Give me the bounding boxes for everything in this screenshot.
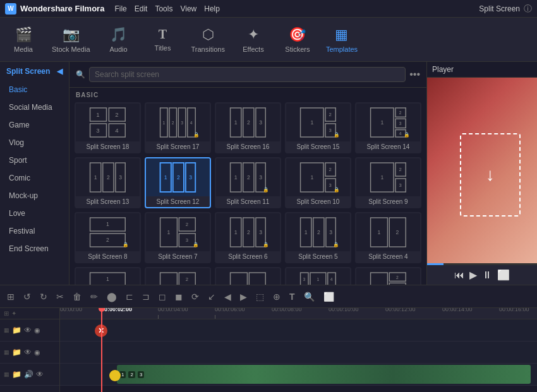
svg-text:3: 3 [189, 174, 192, 181]
toolbar-audio[interactable]: 🎵 Audio [103, 27, 135, 53]
template-ss6-thumb: 1 2 3 🔒 [216, 213, 280, 251]
timeline-tool-redo[interactable]: ↻ [38, 290, 49, 304]
track1-visibility-btn[interactable]: 👁 [24, 326, 32, 335]
template-ss3[interactable]: 1 2 🔒 Split Screen 3 [75, 267, 141, 285]
template-ss13[interactable]: 1 2 3 Split Screen 13 [75, 157, 141, 208]
toolbar-effects[interactable]: ✦ Effects [238, 27, 269, 53]
timeline-tool-search[interactable]: 🔍 [302, 290, 317, 304]
sidebar-item-vlog[interactable]: Vlog [0, 134, 69, 151]
video-clip-strip[interactable]: 1 2 3 [117, 365, 531, 384]
template-ss17[interactable]: 1 2 3 4 🔒 Split Screen 17 [145, 102, 211, 153]
timeline-tool-undo[interactable]: ↺ [21, 290, 33, 304]
sidebar-item-game[interactable]: Game [0, 116, 69, 134]
template-ss12[interactable]: 1 2 3 Split Screen 12 [145, 157, 211, 208]
menu-file[interactable]: File [114, 4, 126, 13]
toolbar-media[interactable]: 🎬 Media [8, 27, 39, 53]
track2-eye-btn[interactable]: ◉ [34, 348, 40, 357]
templates-icon: ▦ [335, 27, 348, 43]
template-ss8[interactable]: 1 2 🔒 Split Screen 8 [75, 212, 141, 263]
template-ss14[interactable]: 1 2 3 4 🔒 Split Screen 14 [355, 102, 421, 153]
template-ss2[interactable]: 1 2 🔒 Split Screen 2 [145, 267, 211, 285]
player-fullscreen-button[interactable]: ⬜ [497, 269, 510, 281]
toolbar-stickers[interactable]: 🎯 Stickers [282, 27, 313, 53]
template-ss5[interactable]: 1 2 3 🔒 Split Screen 5 [285, 212, 351, 263]
timeline-tool-circle[interactable]: ⬤ [105, 290, 119, 304]
sidebar-item-mock-up[interactable]: Mock-up [0, 187, 69, 205]
playhead[interactable] [101, 308, 102, 392]
timeline-tool-left[interactable]: ⊏ [124, 290, 135, 304]
template-ss7[interactable]: 1 2 3 🔒 Split Screen 7 [145, 212, 211, 263]
timeline-tool-fill[interactable]: ◼ [173, 290, 184, 304]
player-preview-image: ↓ [427, 78, 537, 263]
sidebar-item-basic[interactable]: Basic [0, 81, 69, 98]
template-ss11[interactable]: 1 2 3 🔒 Split Screen 11 [215, 157, 281, 208]
template-ss17-thumb: 1 2 3 4 🔒 [146, 104, 210, 141]
template-ss9[interactable]: 1 2 3 Split Screen 9 [355, 157, 421, 208]
player-pause-button[interactable]: ⏸ [482, 270, 492, 281]
timeline-tool-text[interactable]: T [287, 290, 297, 304]
timeline-tool-snap[interactable]: ⬚ [254, 290, 266, 304]
track2-folder-btn[interactable]: 📁 [12, 348, 21, 357]
track2-visibility-btn[interactable]: 👁 [24, 348, 32, 357]
timeline-tool-add[interactable]: ⊕ [271, 290, 282, 304]
search-input[interactable] [89, 67, 406, 82]
template-ss15[interactable]: 1 2 3 🔒 Split Screen 15 [285, 102, 351, 153]
titles-icon: T [159, 27, 167, 42]
template-ss30[interactable]: 3 1 4 2 2 🔒 Split Screen 30 [285, 267, 351, 285]
sidebar-item-festival[interactable]: Festival [0, 222, 69, 240]
template-ss12-name: Split Screen 12 [146, 196, 210, 207]
media-icon: 🎬 [15, 27, 32, 43]
ruler-tick-6 [215, 315, 215, 319]
template-ss10[interactable]: 1 2 3 🔒 Split Screen 10 [285, 157, 351, 208]
timeline-tool-delete[interactable]: 🗑 [71, 290, 83, 304]
timeline-tool-edit[interactable]: ✏ [88, 290, 100, 304]
template-ss18[interactable]: 1 2 3 4 Split Screen 18 [75, 102, 141, 153]
toolbar-templates[interactable]: ▦ Templates [326, 27, 358, 53]
toolbar-titles[interactable]: T Titles [147, 27, 179, 52]
track-controls-ruler-spacer: ⊞ ✦ [0, 308, 59, 319]
timeline-tool-right[interactable]: ⊐ [140, 290, 152, 304]
menu-edit[interactable]: Edit [135, 4, 148, 13]
track3-folder-btn[interactable]: 📁 [12, 370, 21, 379]
track-control-row-1: ▦ 📁 👁 ◉ [0, 319, 59, 342]
track3-sound-btn[interactable]: 🔊 [24, 370, 33, 379]
svg-text:1: 1 [380, 119, 383, 126]
player-preview: ↓ [427, 78, 537, 263]
timeline-magnet-icon[interactable]: ✦ [11, 310, 16, 317]
timeline-mode-icon[interactable]: ⊞ [4, 310, 9, 317]
sidebar-item-social-media[interactable]: Social Media [0, 98, 69, 116]
stock-media-label: Stock Media [52, 45, 90, 53]
media-label: Media [14, 45, 33, 53]
sidebar-item-end-screen[interactable]: End Screen [0, 240, 69, 258]
track1-folder-btn[interactable]: 📁 [12, 326, 21, 335]
toolbar-stock-media[interactable]: 📷 Stock Media [52, 27, 90, 53]
toolbar-transitions[interactable]: ⬡ Transitions [191, 27, 225, 53]
sidebar-header[interactable]: Split Screen ◀ [0, 62, 69, 81]
timeline-tool-grid[interactable]: ⊞ [5, 290, 16, 304]
template-ss6[interactable]: 1 2 3 🔒 Split Screen 6 [215, 212, 281, 263]
track1-eye-btn[interactable]: ◉ [34, 326, 40, 335]
timeline-tool-prev[interactable]: ◀ [222, 290, 233, 304]
player-play-button[interactable]: ▶ [469, 269, 477, 281]
svg-text:🔒: 🔒 [263, 241, 269, 247]
track3-visibility-btn[interactable]: 👁 [36, 370, 44, 379]
sidebar-item-comic[interactable]: Comic [0, 169, 69, 187]
sidebar-item-sport[interactable]: Sport [0, 151, 69, 169]
timeline-tool-rotate[interactable]: ⟳ [190, 290, 201, 304]
sidebar-item-love[interactable]: Love [0, 205, 69, 222]
timeline-tool-next[interactable]: ▶ [238, 290, 249, 304]
template-ss4[interactable]: 1 2 Split Screen 4 [355, 212, 421, 263]
player-rewind-button[interactable]: ⏮ [454, 270, 464, 281]
timeline-tool-down[interactable]: ↙ [206, 290, 217, 304]
template-ss1[interactable]: 1 2 Split Screen 1 [215, 267, 281, 285]
menu-view[interactable]: View [180, 4, 196, 13]
timeline-tool-cut[interactable]: ✂ [54, 290, 66, 304]
menu-tools[interactable]: Tools [155, 4, 172, 13]
timeline-tool-crop[interactable]: ⬜ [322, 290, 336, 304]
template-ss16-thumb: 1 2 3 [216, 104, 280, 141]
template-ss16[interactable]: 1 2 3 Split Screen 16 [215, 102, 281, 153]
template-ss29[interactable]: 1 2 3 3 🔒 Split Screen 29 [355, 267, 421, 285]
timeline-tool-box[interactable]: ◻ [157, 290, 168, 304]
more-options-button[interactable]: ••• [409, 69, 420, 80]
menu-help[interactable]: Help [204, 4, 220, 13]
